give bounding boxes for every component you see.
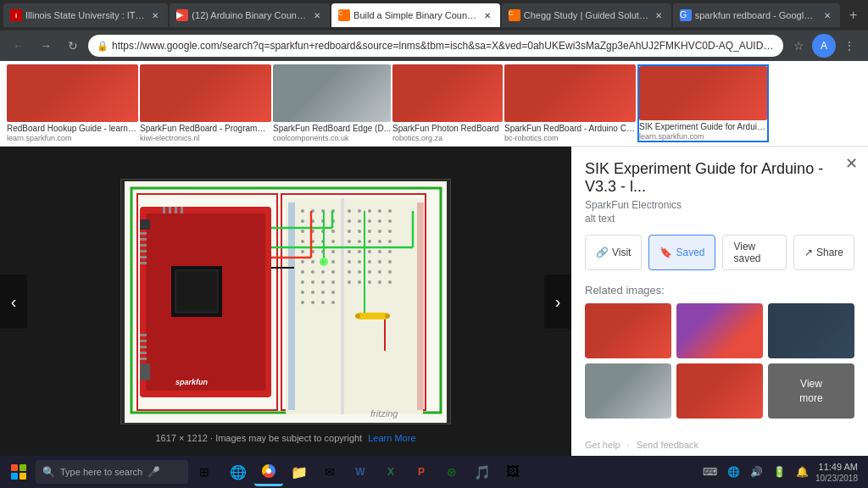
svg-point-74 xyxy=(388,209,392,213)
image-result-5[interactable]: SparkFun RedBoard - Arduino Compatit... … xyxy=(504,64,636,142)
svg-point-102 xyxy=(368,270,371,274)
svg-point-85 xyxy=(348,240,351,243)
profile-button[interactable]: A xyxy=(812,34,836,58)
tab-close-illinois[interactable]: ✕ xyxy=(149,9,161,21)
related-image-3[interactable] xyxy=(768,303,854,358)
svg-point-107 xyxy=(368,280,371,284)
address-bar[interactable]: 🔒 https://www.google.com/search?q=sparkf… xyxy=(88,35,783,57)
tab-close-chegg[interactable]: ✕ xyxy=(481,9,493,21)
related-image-4[interactable] xyxy=(585,363,671,419)
taskbar-photos-button[interactable]: 🖼 xyxy=(498,458,527,486)
taskbar-word-button[interactable]: W xyxy=(346,458,375,486)
related-image-5[interactable] xyxy=(676,363,763,419)
svg-point-71 xyxy=(358,209,361,213)
svg-rect-21 xyxy=(181,207,183,214)
bookmark-button[interactable]: ☆ xyxy=(787,34,810,58)
tab-close-chegg2[interactable]: ✕ xyxy=(653,9,665,21)
tab-illinois[interactable]: I Illinois State University : IT 254 ✕ xyxy=(3,3,168,27)
chrome-icon xyxy=(262,464,275,478)
taskbar-powerpoint-button[interactable]: P xyxy=(407,458,436,486)
tab-favicon-chegg: C xyxy=(338,9,350,21)
image-thumb-6 xyxy=(639,66,767,120)
start-button[interactable] xyxy=(3,457,34,487)
image-thumb-5 xyxy=(504,64,636,122)
tab-arduino-video[interactable]: ▶ (12) Arduino Binary Counter... ✕ xyxy=(170,3,330,27)
get-help-link[interactable]: Get help xyxy=(585,440,620,450)
forward-button[interactable]: → xyxy=(34,34,58,58)
view-saved-button[interactable]: View saved xyxy=(722,235,786,270)
volume-icon[interactable]: 🔊 xyxy=(747,464,766,480)
svg-point-79 xyxy=(388,219,392,223)
clock[interactable]: 11:49 AM 10/23/2018 xyxy=(815,461,858,482)
svg-point-57 xyxy=(331,270,335,274)
tab-chegg-study[interactable]: C Chegg Study | Guided Solution... ✕ xyxy=(502,3,671,27)
share-button[interactable]: ↗ Share xyxy=(793,235,854,270)
refresh-button[interactable]: ↻ xyxy=(61,34,85,58)
svg-point-88 xyxy=(378,240,381,243)
image-caption-4: SparkFun Photon RedBoard xyxy=(392,122,503,134)
menu-button[interactable]: ⋮ xyxy=(837,34,861,58)
svg-point-109 xyxy=(388,280,392,284)
image-result-1[interactable]: RedBoard Hookup Guide - learn.sparkf... … xyxy=(7,64,138,142)
image-result-3[interactable]: SparkFun RedBoard Edge (D... coolcompone… xyxy=(273,64,391,142)
task-view-button[interactable]: ⊞ xyxy=(190,458,219,486)
image-preview-box: sparkfun xyxy=(120,179,451,424)
related-image-2[interactable] xyxy=(676,303,763,358)
svg-point-91 xyxy=(358,250,361,253)
tab-google-search[interactable]: G sparkfun redboard - Google S... ✕ xyxy=(673,3,841,27)
notification-icon[interactable]: 🔔 xyxy=(793,464,812,480)
svg-point-73 xyxy=(378,209,381,213)
saved-button[interactable]: 🔖 Saved xyxy=(648,235,715,270)
taskbar-search-box[interactable]: 🔍 Type here to search 🎤 xyxy=(36,460,188,484)
image-result-2[interactable]: SparkFun RedBoard - Programmed wit... ki… xyxy=(140,64,271,142)
image-thumb-4 xyxy=(392,64,503,122)
taskbar-xbox-button[interactable]: ⊛ xyxy=(437,458,466,486)
related-image-1[interactable] xyxy=(585,303,671,358)
tab-close-youtube[interactable]: ✕ xyxy=(311,9,323,21)
close-side-panel-button[interactable]: ✕ xyxy=(841,153,861,174)
learn-more-link[interactable]: Learn More xyxy=(368,433,415,443)
tab-label-chegg: Build a Simple Binary Counter... xyxy=(353,10,478,20)
visit-button[interactable]: 🔗 Visit xyxy=(585,235,642,270)
taskbar-music-button[interactable]: 🎵 xyxy=(468,458,497,486)
svg-rect-9 xyxy=(140,244,147,247)
send-feedback-link[interactable]: Send feedback xyxy=(637,440,698,450)
new-tab-button[interactable]: + xyxy=(842,3,865,27)
image-result-6[interactable]: SIK Experiment Guide for Arduino - V3...… xyxy=(637,64,769,142)
taskbar-chrome-button[interactable] xyxy=(254,458,283,486)
svg-point-68 xyxy=(321,301,325,304)
security-icon: 🔒 xyxy=(97,41,108,52)
svg-point-76 xyxy=(358,219,361,223)
svg-point-104 xyxy=(388,270,392,274)
svg-point-70 xyxy=(348,209,351,213)
taskbar-edge-button[interactable]: 🌐 xyxy=(224,458,253,486)
svg-rect-17 xyxy=(140,358,147,360)
svg-point-119 xyxy=(385,313,390,319)
tab-binary-counter[interactable]: C Build a Simple Binary Counter... ✕ xyxy=(331,3,500,27)
taskbar-excel-button[interactable]: X xyxy=(376,458,405,486)
back-button[interactable]: ← xyxy=(7,34,31,58)
svg-point-75 xyxy=(348,219,351,223)
svg-point-80 xyxy=(348,230,351,233)
svg-point-105 xyxy=(348,280,351,284)
image-size-info: 1617 × 1212 · Images may be subject to c… xyxy=(155,433,415,443)
view-more-button[interactable]: Viewmore xyxy=(768,363,854,419)
svg-rect-16 xyxy=(140,352,147,354)
taskbar-file-explorer-button[interactable]: 📁 xyxy=(285,458,314,486)
next-image-button[interactable]: › xyxy=(544,274,571,329)
svg-point-120 xyxy=(320,258,328,266)
tab-close-google[interactable]: ✕ xyxy=(821,9,833,21)
image-result-4[interactable]: SparkFun Photon RedBoard robotics.org.za xyxy=(392,64,503,142)
svg-rect-13 xyxy=(140,334,147,336)
battery-icon[interactable]: 🔋 xyxy=(770,464,789,480)
prev-image-button[interactable]: ‹ xyxy=(0,274,27,329)
microphone-icon: 🎤 xyxy=(147,466,160,478)
svg-text:sparkfun: sparkfun xyxy=(175,378,209,386)
svg-point-103 xyxy=(378,270,381,274)
side-panel-buttons: 🔗 Visit 🔖 Saved View saved ↗ Share xyxy=(585,235,854,270)
svg-point-51 xyxy=(311,260,314,263)
taskbar-mail-button[interactable]: ✉ xyxy=(315,458,344,486)
keyboard-icon[interactable]: ⌨ xyxy=(699,464,721,480)
network-icon[interactable]: 🌐 xyxy=(724,464,743,480)
svg-point-59 xyxy=(311,280,314,284)
